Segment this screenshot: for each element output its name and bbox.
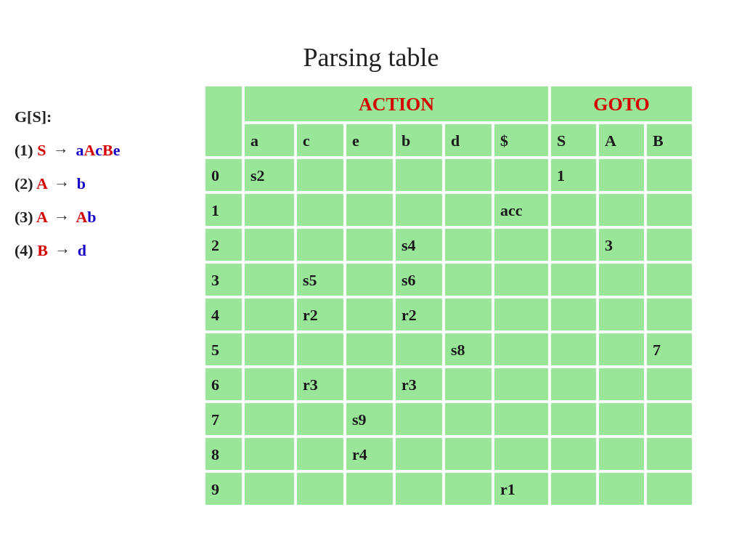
rule-rhs: d (78, 241, 86, 259)
cell (494, 264, 548, 296)
cell (445, 299, 492, 330)
cell (599, 473, 644, 505)
cell (445, 194, 492, 226)
cell (647, 299, 692, 330)
cell (599, 264, 644, 296)
cell (396, 333, 442, 365)
cell (599, 159, 644, 191)
table-row: 5 s8 7 (205, 333, 692, 365)
cell (346, 368, 393, 400)
cell (647, 473, 692, 505)
cell (396, 194, 442, 226)
page: Parsing table G[S]: (1) S → aAcBe (2) A … (0, 0, 742, 560)
cell (346, 333, 393, 365)
col-e: e (346, 124, 393, 156)
cell (245, 403, 294, 435)
cell (599, 368, 644, 400)
goto-header: GOTO (551, 86, 692, 121)
rule-rhs: b (77, 174, 86, 192)
cell (245, 473, 294, 505)
action-header: ACTION (245, 86, 548, 121)
table-header-row: ACTION GOTO (205, 86, 692, 121)
arrow-icon: → (51, 208, 73, 226)
cell (245, 229, 294, 261)
state-cell: 0 (205, 159, 242, 191)
cell: r1 (494, 473, 548, 505)
cell: s9 (346, 403, 393, 435)
cell: s4 (396, 229, 442, 261)
cell (245, 264, 294, 296)
arrow-icon: → (52, 241, 73, 259)
cell (245, 299, 294, 330)
state-cell: 6 (205, 368, 242, 400)
table-row: 7 s9 (205, 403, 692, 435)
cell (445, 403, 492, 435)
arrow-icon: → (51, 174, 73, 192)
cell: r2 (297, 299, 343, 330)
cell (297, 229, 343, 261)
rule-lhs: A (36, 174, 47, 192)
cell (599, 299, 644, 330)
cell (647, 194, 692, 226)
cell (346, 264, 393, 296)
cell (445, 473, 492, 505)
state-cell: 2 (205, 229, 242, 261)
cell (445, 159, 492, 191)
cell (494, 333, 548, 365)
cell: r3 (297, 368, 343, 400)
col-b: b (396, 124, 442, 156)
rule-lhs: A (36, 208, 47, 226)
cell: s5 (297, 264, 343, 296)
cell (396, 159, 442, 191)
nonterminal: A (76, 208, 87, 226)
cell (599, 333, 644, 365)
cell: r2 (396, 299, 442, 330)
cell (346, 473, 393, 505)
terminal: b (77, 174, 86, 192)
cell (445, 368, 492, 400)
cell (494, 159, 548, 191)
state-cell: 5 (205, 333, 242, 365)
cell (647, 229, 692, 261)
col-B: B (647, 124, 692, 156)
cell (551, 368, 596, 400)
terminal: e (113, 141, 121, 159)
cell (551, 473, 596, 505)
state-header-blank (205, 86, 242, 156)
grammar-rule-1: (1) S → aAcBe (15, 142, 196, 158)
cell (647, 368, 692, 400)
rule-lhs: B (37, 241, 48, 259)
nonterminal: B (102, 141, 113, 159)
rule-rhs: Ab (76, 208, 96, 226)
cell (297, 159, 343, 191)
table-row: 0 s2 1 (205, 159, 692, 191)
table-row: 3 s5 s6 (205, 264, 692, 296)
cell: 7 (647, 333, 692, 365)
cell (551, 299, 596, 330)
parsing-table-wrap: ACTION GOTO a c e b d $ S A B 0 s2 (203, 84, 695, 508)
rule-number: (3) (15, 208, 33, 226)
rule-number: (2) (15, 174, 33, 192)
cell: acc (494, 194, 548, 226)
cell (551, 264, 596, 296)
grammar-rule-4: (4) B → d (15, 243, 196, 259)
cell (551, 333, 596, 365)
cell (599, 438, 644, 470)
state-cell: 1 (205, 194, 242, 226)
cell (647, 264, 692, 296)
col-S: S (551, 124, 596, 156)
cell (551, 438, 596, 470)
cell (346, 299, 393, 330)
arrow-icon: → (50, 141, 72, 159)
cell (346, 229, 393, 261)
table-row: 2 s4 3 (205, 229, 692, 261)
cell: 3 (599, 229, 644, 261)
col-c: c (297, 124, 343, 156)
cell (494, 438, 548, 470)
table-subheader-row: a c e b d $ S A B (205, 124, 692, 156)
page-title: Parsing table (0, 42, 742, 73)
table-row: 8 r4 (205, 438, 692, 470)
cell (599, 194, 644, 226)
col-dollar: $ (494, 124, 548, 156)
cell (396, 403, 442, 435)
